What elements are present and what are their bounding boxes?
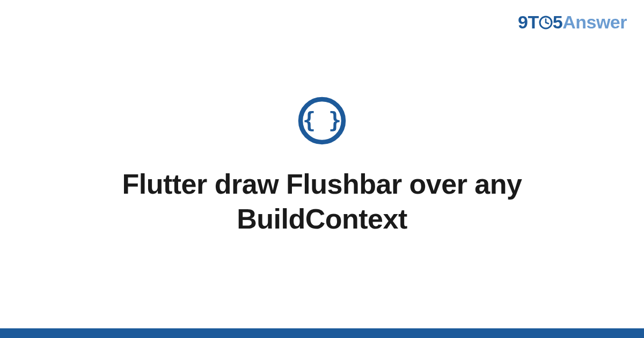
footer-accent-bar (0, 328, 644, 338)
svg-text:{ }: { } (303, 108, 341, 133)
category-icon-wrap: { } (297, 96, 347, 148)
main-content: { } Flutter draw Flushbar over any Build… (0, 0, 644, 327)
page-title: Flutter draw Flushbar over any BuildCont… (54, 167, 590, 237)
code-braces-icon: { } (297, 96, 347, 145)
